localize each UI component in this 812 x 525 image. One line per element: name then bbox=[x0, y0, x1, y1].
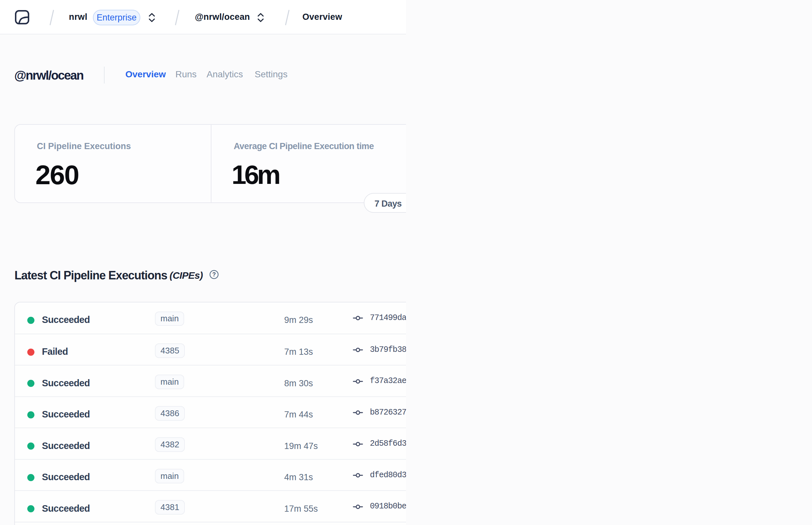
svg-text:?: ? bbox=[212, 271, 216, 278]
